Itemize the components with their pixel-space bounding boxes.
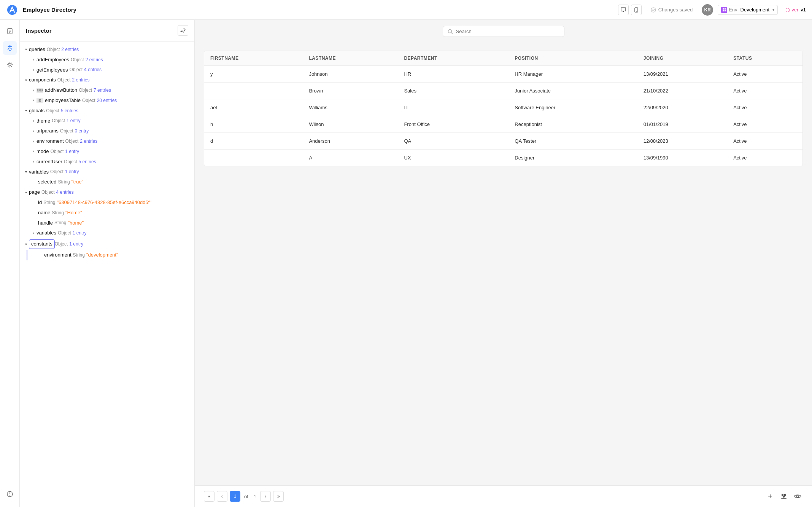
first-page-btn[interactable]: « <box>204 491 215 502</box>
tree-toggle[interactable]: › <box>30 139 37 145</box>
table-cell: 01/01/2019 <box>637 116 727 133</box>
tree-item[interactable]: ▾componentsObject2 entries <box>20 75 194 85</box>
table-col-header[interactable]: STATUS <box>727 51 802 66</box>
tree-key: name <box>38 209 51 217</box>
logo <box>6 4 18 16</box>
tree-toggle[interactable]: › <box>30 128 37 134</box>
sidebar-item-gear[interactable] <box>3 58 17 72</box>
tree-toggle[interactable]: › <box>30 67 37 73</box>
pin-button[interactable] <box>178 25 188 36</box>
table-row[interactable]: AUXDesigner13/09/1990Active <box>204 150 802 166</box>
table-row[interactable]: aelWilliamsITSoftware Engineer22/09/2020… <box>204 99 802 116</box>
tree-key: environment <box>44 251 72 259</box>
table-col-header[interactable]: DEPARTMENT <box>398 51 508 66</box>
tree-toggle[interactable]: ▾ <box>23 77 29 83</box>
tree-item[interactable]: ▾constantsObject1 entry <box>20 238 194 250</box>
eye-button[interactable] <box>792 491 803 502</box>
table-row[interactable]: hWilsonFront OfficeReceptionist01/01/201… <box>204 116 802 133</box>
table-cell: QA Tester <box>508 133 637 150</box>
tree-value: "63097148-c976-4828-85ef-e6cca940dd5f" <box>57 199 151 207</box>
desktop-icon-btn[interactable] <box>618 5 629 15</box>
tree-toggle[interactable]: ▾ <box>23 108 29 114</box>
add-row-button[interactable]: + <box>765 491 775 502</box>
tree-toggle[interactable]: › <box>30 159 37 165</box>
status-indicator: Changes saved <box>651 7 693 13</box>
tree-type: Object <box>47 46 60 53</box>
app-title: Employee Directory <box>23 6 613 13</box>
table-col-header[interactable]: FIRSTNAME <box>204 51 303 66</box>
tree-type: Object <box>58 230 71 237</box>
sidebar-item-document[interactable] <box>3 24 17 38</box>
tree-toggle[interactable]: ▾ <box>23 169 29 175</box>
user-avatar: KR <box>702 4 713 16</box>
tree-item[interactable]: ›⊞employeesTableObject20 entries <box>20 96 194 106</box>
component-btn-icon: ⊡⊡ <box>37 88 43 93</box>
table-cell: Johnson <box>303 66 398 83</box>
tree-meta: 0 entry <box>75 128 89 135</box>
table-row[interactable]: yJohnsonHRHR Manager13/09/2021Active <box>204 66 802 83</box>
tree-item[interactable]: ▾pageObject4 entries <box>20 187 194 198</box>
tree-item[interactable]: ▾globalsObject5 entries <box>20 106 194 116</box>
ver-label: ver <box>791 7 798 13</box>
table-row[interactable]: dAndersonQAQA Tester12/08/2023Active <box>204 133 802 150</box>
search-input[interactable] <box>456 29 559 34</box>
tree-toggle[interactable]: › <box>30 148 37 155</box>
tree-meta: 5 entries <box>79 158 96 166</box>
table-cell: Williams <box>303 99 398 116</box>
svg-point-24 <box>796 495 799 497</box>
tree-type: String <box>73 252 85 259</box>
table-body: yJohnsonHRHR Manager13/09/2021ActiveBrow… <box>204 66 802 166</box>
tree-item[interactable]: ▾queriesObject2 entries <box>20 45 194 55</box>
table-col-header[interactable]: LASTNAME <box>303 51 398 66</box>
tree-key: currentUser <box>37 158 62 166</box>
tree-meta: 2 entries <box>80 138 97 145</box>
tree-item[interactable]: ›⊡⊡addNewButtonObject7 entries <box>20 85 194 96</box>
tree-item[interactable]: ›urlparamsObject0 entry <box>20 126 194 136</box>
ver-value: v1 <box>801 7 806 13</box>
env-selector[interactable]: Env Development ▾ <box>718 5 778 15</box>
table-cell: d <box>204 133 303 150</box>
sidebar-item-settings[interactable] <box>3 487 17 501</box>
tree-item[interactable]: ▾variablesObject1 entry <box>20 167 194 177</box>
table-col-header[interactable]: JOINING <box>637 51 727 66</box>
table-col-header[interactable]: POSITION <box>508 51 637 66</box>
version-selector[interactable]: ⬡ ver v1 <box>785 7 806 13</box>
tree-toggle[interactable]: ▾ <box>23 241 29 247</box>
current-page-btn[interactable]: 1 <box>230 491 240 502</box>
mobile-icon-btn[interactable] <box>631 5 642 15</box>
table-cell: 13/09/1990 <box>637 150 727 166</box>
svg-rect-7 <box>723 8 724 10</box>
tree-toggle[interactable]: › <box>30 57 37 63</box>
tree-item[interactable]: ›currentUserObject5 entries <box>20 157 194 167</box>
content-area: FIRSTNAMELASTNAMEDEPARTMENTPOSITIONJOINI… <box>195 20 812 507</box>
env-label: Env <box>729 7 737 13</box>
tree-item[interactable]: ›modeObject1 entry <box>20 147 194 157</box>
table-row[interactable]: BrownSalesJunior Associate21/10/2022Acti… <box>204 83 802 99</box>
sidebar-item-inspector[interactable] <box>3 41 17 55</box>
tree-item[interactable]: ›getEmployeesObject4 entries <box>20 65 194 75</box>
tree-item[interactable]: ›variablesObject1 entry <box>20 228 194 238</box>
tree-toggle[interactable]: ▾ <box>23 46 29 53</box>
tree-key: components <box>29 76 56 84</box>
tree-toggle[interactable]: › <box>30 118 37 124</box>
prev-page-btn[interactable]: ‹ <box>217 491 227 502</box>
last-page-btn[interactable]: » <box>273 491 284 502</box>
tree-item[interactable]: ›environmentObject2 entries <box>20 136 194 147</box>
tree-key: employeesTable <box>45 97 81 105</box>
tree-toggle[interactable]: › <box>30 88 37 94</box>
next-page-btn[interactable]: › <box>260 491 271 502</box>
table-cell: h <box>204 116 303 133</box>
tree-meta: 7 entries <box>94 87 111 94</box>
sidebar-icons <box>0 20 20 507</box>
tree-toggle[interactable]: ▾ <box>23 190 29 196</box>
tree-key: globals <box>29 107 44 115</box>
svg-line-20 <box>451 32 453 34</box>
tree-item[interactable]: ›addEmployeesObject2 entries <box>20 55 194 65</box>
tree-value: "Home" <box>65 209 82 217</box>
tree-item[interactable]: ›themeObject1 entry <box>20 116 194 126</box>
svg-rect-3 <box>622 12 625 12</box>
download-button[interactable] <box>779 491 789 502</box>
tree-item: nameString"Home" <box>20 208 194 218</box>
tree-toggle[interactable]: › <box>30 97 37 104</box>
tree-toggle[interactable]: › <box>30 230 37 236</box>
